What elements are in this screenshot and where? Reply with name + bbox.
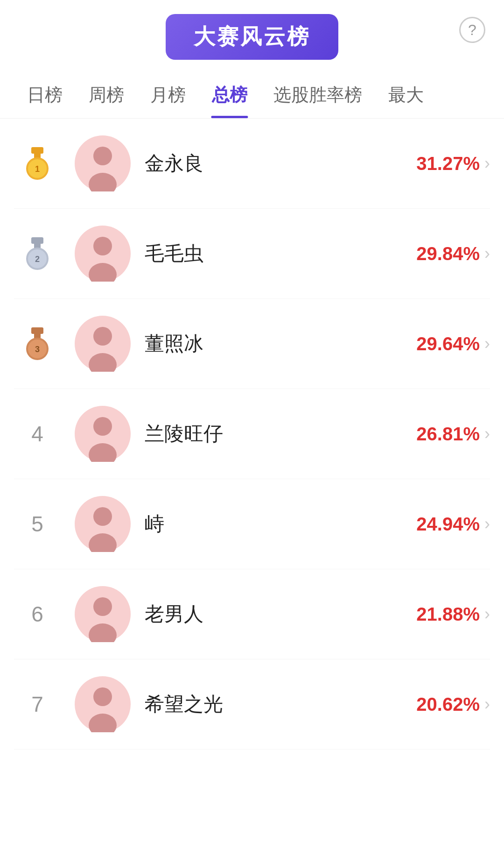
rank-col: 5 [14,511,61,537]
svg-point-22 [93,327,112,346]
avatar [75,316,131,372]
leaderboard-row[interactable]: 2 毛毛虫 29.84% › [14,209,490,299]
tab-weekly[interactable]: 周榜 [76,74,137,118]
score-col: 29.84% › [416,243,490,264]
svg-text:1: 1 [35,164,40,174]
avatar [75,496,131,552]
score-col: 31.27% › [416,153,490,174]
user-name: 老男人 [145,601,416,627]
score-value: 21.88% [416,604,480,625]
leaderboard-row[interactable]: 5 峙 24.94% › [14,479,490,569]
chevron-right-icon: › [484,694,490,714]
user-name: 金永良 [145,150,416,177]
tab-winrate[interactable]: 选股胜率榜 [260,74,375,118]
chevron-right-icon: › [484,244,490,263]
user-name: 毛毛虫 [145,241,416,267]
score-value: 29.84% [416,243,480,264]
score-value: 24.94% [416,514,480,535]
user-name: 峙 [145,511,416,537]
score-value: 29.64% [416,333,480,354]
rank-number: 5 [31,511,43,537]
help-button[interactable]: ? [459,17,485,43]
leaderboard-row[interactable]: 7 希望之光 20.62% › [14,659,490,750]
user-name: 兰陵旺仔 [145,421,416,447]
rank-col: 1 [14,147,61,180]
avatar [75,406,131,462]
score-value: 20.62% [416,694,480,715]
score-value: 31.27% [416,153,480,174]
avatar [75,586,131,642]
title-badge: 大赛风云榜 [166,14,338,60]
score-col: 29.64% › [416,333,490,354]
svg-point-25 [93,417,112,436]
svg-text:2: 2 [35,255,40,264]
chevron-right-icon: › [484,154,490,173]
bronze-medal-icon: 3 [21,327,54,360]
score-col: 21.88% › [416,604,490,625]
chevron-right-icon: › [484,604,490,624]
silver-medal-icon: 2 [21,237,54,270]
score-col: 26.81% › [416,424,490,445]
tab-monthly[interactable]: 月榜 [137,74,199,118]
leaderboard-row[interactable]: 4 兰陵旺仔 26.81% › [14,389,490,479]
rank-number: 4 [31,421,43,446]
tabs-bar: 日榜 周榜 月榜 总榜 选股胜率榜 最大 [0,60,504,119]
svg-point-6 [93,147,112,165]
leaderboard-list: 1 金永良 31.27% › [0,119,504,750]
rank-number: 7 [31,692,43,717]
tab-maxprofit[interactable]: 最大 [375,74,437,118]
score-col: 24.94% › [416,514,490,535]
leaderboard-row[interactable]: 3 董照冰 29.64% › [14,299,490,389]
tab-daily[interactable]: 日榜 [14,74,76,118]
user-name: 希望之光 [145,691,416,717]
svg-point-28 [93,507,112,526]
score-col: 20.62% › [416,694,490,715]
chevron-right-icon: › [484,424,490,444]
leaderboard-row[interactable]: 1 金永良 31.27% › [14,119,490,209]
svg-point-31 [93,597,112,616]
rank-number: 6 [31,601,43,627]
rank-col: 6 [14,601,61,627]
rank-col: 2 [14,237,61,270]
avatar [75,226,131,282]
tab-total[interactable]: 总榜 [199,74,260,118]
score-value: 26.81% [416,424,480,445]
svg-point-14 [93,237,112,255]
leaderboard-row[interactable]: 6 老男人 21.88% › [14,569,490,659]
chevron-right-icon: › [484,334,490,354]
gold-medal-icon: 1 [21,147,54,180]
header-banner: 大赛风云榜 ? [0,0,504,60]
rank-col: 7 [14,692,61,717]
avatar [75,676,131,732]
svg-point-34 [93,687,112,706]
user-name: 董照冰 [145,331,416,357]
rank-col: 3 [14,327,61,360]
chevron-right-icon: › [484,514,490,534]
page-title: 大赛风云榜 [194,24,310,49]
rank-col: 4 [14,421,61,446]
svg-text:3: 3 [35,345,40,354]
avatar [75,135,131,191]
